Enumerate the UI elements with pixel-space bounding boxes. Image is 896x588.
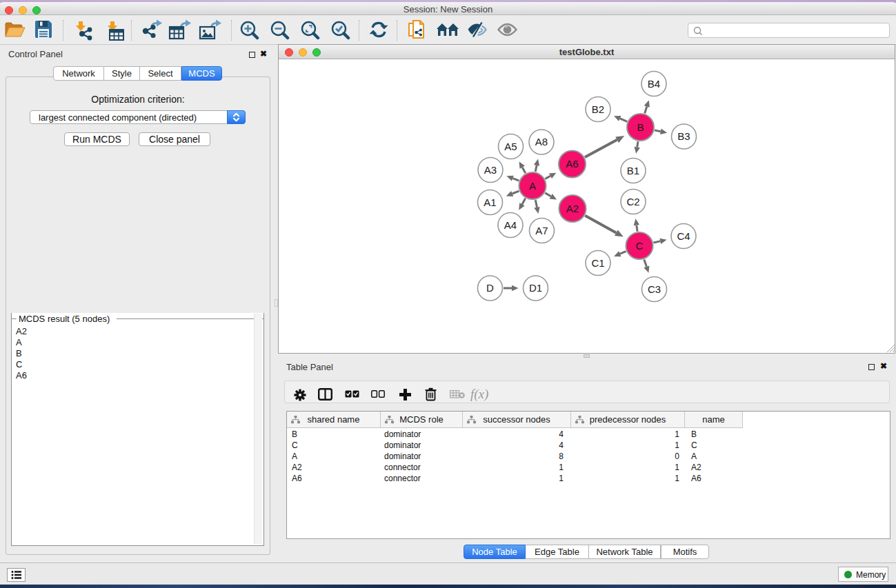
- svg-text:C4: C4: [677, 230, 690, 242]
- svg-text:D: D: [486, 282, 494, 294]
- svg-text:A6: A6: [566, 158, 578, 170]
- svg-text:B2: B2: [592, 103, 604, 115]
- svg-text:A5: A5: [504, 141, 517, 152]
- svg-text:C3: C3: [648, 283, 661, 295]
- svg-text:C: C: [636, 240, 644, 252]
- svg-text:A: A: [529, 180, 536, 192]
- svg-text:A8: A8: [535, 136, 548, 148]
- svg-text:C2: C2: [626, 196, 639, 207]
- svg-text:A3: A3: [484, 164, 497, 176]
- svg-text:D1: D1: [529, 282, 542, 294]
- svg-text:C1: C1: [591, 257, 604, 269]
- svg-text:A1: A1: [484, 196, 496, 208]
- svg-text:A7: A7: [535, 225, 548, 236]
- svg-text:B1: B1: [627, 165, 639, 176]
- svg-text:B: B: [637, 121, 644, 133]
- svg-text:A4: A4: [504, 219, 517, 231]
- svg-text:B3: B3: [677, 130, 690, 142]
- svg-text:A2: A2: [566, 203, 579, 214]
- svg-text:B4: B4: [648, 78, 660, 90]
